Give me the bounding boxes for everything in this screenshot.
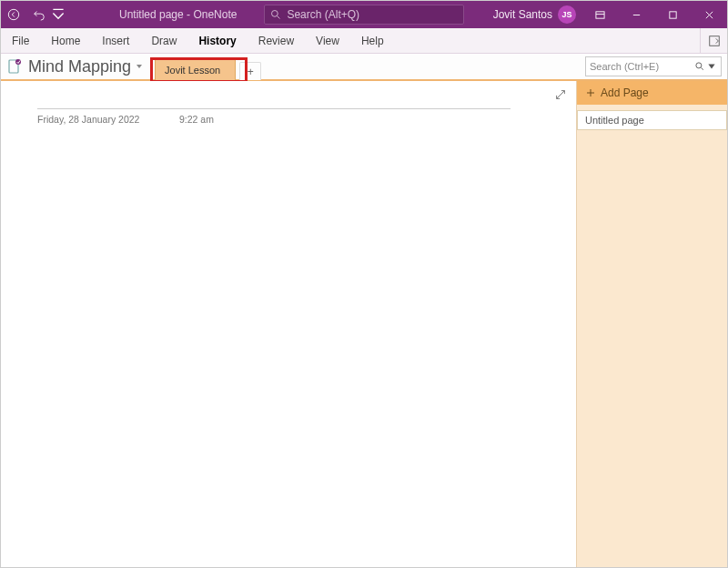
svg-point-12 [696, 63, 702, 68]
notebook-nav-button[interactable] [5, 56, 25, 76]
chevron-down-icon [706, 61, 717, 72]
ribbon-tab-home[interactable]: Home [40, 28, 91, 53]
qat-customize-button[interactable] [52, 1, 65, 28]
page-list-item[interactable]: Untitled page [577, 110, 727, 130]
title-bar: Untitled page - OneNote Search (Alt+Q) J… [1, 1, 727, 28]
account-button[interactable]: Jovit Santos JS [493, 5, 576, 24]
undo-button[interactable] [26, 1, 52, 28]
ribbon-tab-review[interactable]: Review [248, 28, 305, 53]
page-search-placeholder: Search (Ctrl+E) [590, 61, 659, 72]
ribbon-tab-file[interactable]: File [1, 28, 40, 53]
user-avatar: JS [558, 5, 576, 24]
notebook-bar: Mind Mapping Jovit Lesson + Search (Ctrl… [1, 54, 727, 81]
minimize-button[interactable] [618, 1, 654, 28]
add-section-button[interactable]: + [239, 62, 261, 80]
ribbon-tabs: File Home Insert Draw History Review Vie… [1, 28, 727, 54]
add-page-button[interactable]: Add Page [577, 81, 727, 105]
page-time: 9:22 am [179, 114, 214, 125]
ribbon-tab-history[interactable]: History [187, 28, 247, 53]
chevron-down-icon [135, 62, 144, 71]
page-canvas[interactable]: Friday, 28 January 2022 9:22 am [1, 81, 576, 567]
svg-rect-9 [709, 36, 719, 46]
svg-rect-3 [595, 11, 603, 17]
svg-point-0 [8, 9, 18, 19]
collapse-ribbon-button[interactable] [700, 28, 727, 53]
notebook-icon [6, 58, 23, 75]
ribbon-tab-insert[interactable]: Insert [91, 28, 140, 53]
page-search[interactable]: Search (Ctrl+E) [585, 56, 722, 76]
page-date: Friday, 28 January 2022 [37, 114, 139, 125]
back-button[interactable] [1, 1, 26, 28]
search-icon [694, 61, 705, 72]
ribbon-display-options[interactable] [581, 1, 618, 28]
section-tabs: Jovit Lesson + [155, 53, 261, 80]
close-button[interactable] [691, 1, 727, 28]
tell-me-placeholder: Search (Alt+Q) [287, 8, 359, 21]
ribbon-tab-help[interactable]: Help [350, 28, 395, 53]
add-page-label: Add Page [601, 86, 649, 99]
window-title: Untitled page - OneNote [119, 8, 237, 21]
maximize-button[interactable] [654, 1, 691, 28]
notebook-name[interactable]: Mind Mapping [28, 57, 131, 76]
svg-line-2 [278, 16, 280, 19]
ribbon-tab-view[interactable]: View [305, 28, 350, 53]
notebook-dropdown[interactable] [135, 58, 144, 75]
section-tab-jovit-lesson[interactable]: Jovit Lesson [155, 58, 236, 80]
svg-line-13 [702, 68, 703, 70]
svg-point-1 [272, 11, 278, 17]
ribbon-tab-draw[interactable]: Draw [140, 28, 187, 53]
tell-me-search[interactable]: Search (Alt+Q) [264, 5, 464, 25]
fullpage-toggle[interactable] [554, 88, 567, 105]
plus-icon [586, 88, 595, 97]
search-icon [270, 9, 281, 20]
page-list-panel: Add Page Untitled page [576, 81, 727, 567]
svg-rect-6 [669, 11, 675, 17]
search-scope-button[interactable] [694, 61, 717, 72]
user-name: Jovit Santos [493, 8, 552, 21]
